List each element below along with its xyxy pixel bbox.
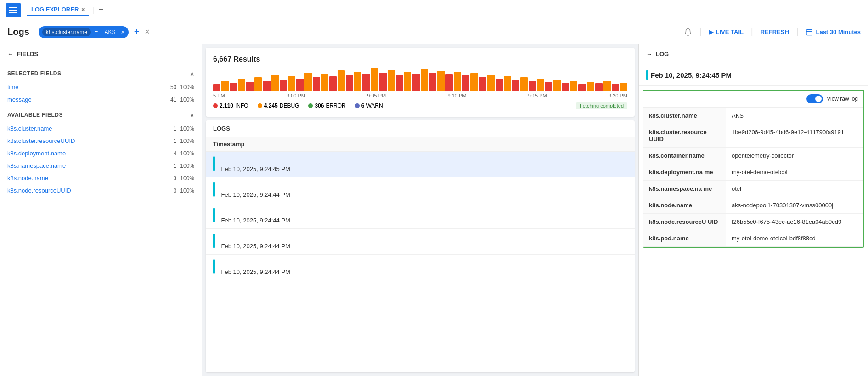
available-fields-section[interactable]: AVAILABLE FIELDS ∧ [0,106,202,122]
filter-value: AKS [101,28,118,36]
selected-fields-section[interactable]: SELECTED FIELDS ∧ [0,64,202,81]
refresh-label: REFRESH [761,28,789,35]
refresh-button[interactable]: REFRESH [761,28,789,35]
results-card: 6,667 Results [206,48,635,117]
field-k8s-node-name-label: k8s.node.name [7,175,48,182]
info-label: INFO [235,103,248,109]
log-date: Feb 10, 2025, 9:24:45 PM [639,64,868,86]
field-k8s-node-resourceuuid[interactable]: k8s.node.resourceUUID 3 100% [0,184,202,197]
detail-key: k8s.cluster.name [643,108,726,124]
add-filter-button[interactable]: + [134,27,140,37]
row-indicator [213,208,215,222]
table-row[interactable]: Feb 10, 2025, 9:24:44 PM [206,203,635,229]
page-header: Logs k8s.cluster.name = AKS × + × | ▶ LI… [0,20,868,44]
detail-val: AKS [726,108,863,124]
chart-bar [396,75,403,91]
logs-table[interactable]: Timestamp Feb 10, 2025, 9:24:45 PM [206,137,635,372]
field-k8s-cluster-name[interactable]: k8s.cluster.name 1 100% [0,122,202,135]
tab-close-icon[interactable]: × [81,6,85,13]
chart-label-905: 9:05 PM [367,93,386,98]
chart-bar [445,74,453,91]
chart-bar [213,84,220,91]
field-message[interactable]: message 41 100% [0,93,202,106]
detail-val: f26b55c0-f675-43ec-ae16-81ea04ab9cd9 [726,214,863,230]
field-time-name: time [7,84,19,91]
row-indicator [213,182,215,197]
log-date-text: Feb 10, 2025, 9:24:45 PM [651,71,732,79]
filter-chip[interactable]: k8s.cluster.name = AKS × [39,26,129,38]
log-date-bar [646,70,648,80]
time-range-label: Last 30 Minutes [816,28,861,35]
selected-fields-chevron: ∧ [190,70,194,77]
remove-filter-button[interactable]: × [121,28,124,36]
svg-rect-0 [806,29,812,35]
chart-bar [454,72,461,91]
chart-bar [280,80,287,91]
detail-val: my-otel-demo-otelcol [726,164,863,180]
warn-count: 6 [361,103,365,109]
row-indicator [213,259,215,274]
chart-bar [338,70,345,91]
debug-dot [258,103,262,108]
menu-button[interactable] [6,3,21,17]
live-tail-button[interactable]: ▶ LIVE TAIL [709,28,744,35]
chart-bar [388,70,395,91]
chart-label-915: 9:15 PM [528,93,547,98]
chart-bar [412,74,420,91]
back-arrow-icon: ← [7,51,13,57]
available-fields-label: AVAILABLE FIELDS [7,112,63,118]
chart-bar [221,81,229,91]
add-tab-button[interactable]: + [98,5,103,15]
alerts-icon [684,28,692,36]
view-raw-toggle[interactable] [806,94,823,103]
log-section-label: LOG [656,51,669,57]
chart-label-910: 9:10 PM [447,93,466,98]
alerts-button[interactable] [684,28,692,36]
chart-bar [437,71,445,91]
toggle-slider [806,94,823,103]
separator-2: | [751,27,753,37]
center-panel: 6,667 Results [202,44,638,376]
separator-1: | [699,27,702,37]
chart-bar [379,73,387,91]
field-k8s-namespace-name-label: k8s.namespace.name [7,162,66,169]
table-cell: Feb 10, 2025, 9:24:44 PM [206,177,635,203]
filter-key: k8s.cluster.name [42,28,91,36]
error-count: 306 [315,103,324,109]
table-row[interactable]: Feb 10, 2025, 9:24:44 PM [206,177,635,203]
detail-row-namespace-name: k8s.namespace.na me otel [643,181,863,197]
view-raw-label: View raw log [827,96,858,102]
table-row[interactable]: Feb 10, 2025, 9:24:44 PM [206,255,635,280]
clear-filters-button[interactable]: × [145,27,150,37]
table-row[interactable]: Feb 10, 2025, 9:24:44 PM [206,229,635,255]
available-fields-chevron: ∧ [190,111,194,119]
legend-info: 2,110 INFO [213,103,248,109]
detail-val: otel [726,181,863,197]
chart-bar [421,69,428,91]
field-k8s-cluster-name-label: k8s.cluster.name [7,125,52,132]
field-message-name: message [7,96,32,103]
top-bar: LOG EXPLORER × | + [0,0,868,20]
fields-back-header[interactable]: ← FIELDS [0,44,202,64]
calendar-icon [806,28,813,36]
table-row[interactable]: Feb 10, 2025, 9:24:45 PM [206,152,635,177]
log-explorer-tab[interactable]: LOG EXPLORER × [27,4,89,16]
detail-key: k8s.deployment.na me [643,164,726,180]
header-right: | ▶ LIVE TAIL | REFRESH | Last 30 Minute… [684,27,861,37]
row-indicator [213,156,215,171]
chart-bar [520,77,528,91]
legend-warn: 6 WARN [355,103,383,109]
selected-fields-label: SELECTED FIELDS [7,70,62,77]
chart-bar [371,68,378,91]
time-range-selector[interactable]: Last 30 Minutes [806,28,861,36]
field-k8s-node-name[interactable]: k8s.node.name 3 100% [0,172,202,184]
field-k8s-deployment-name[interactable]: k8s.deployment.name 4 100% [0,147,202,160]
field-k8s-namespace-name[interactable]: k8s.namespace.name 1 100% [0,160,202,172]
log-section-header: → LOG [639,44,868,64]
main-layout: ← FIELDS SELECTED FIELDS ∧ time 50 100% … [0,44,868,376]
logs-header: LOGS [206,120,635,137]
field-k8s-cluster-resourceuuid[interactable]: k8s.cluster.resourceUUID 1 100% [0,135,202,147]
fields-header-label: FIELDS [17,51,38,57]
chart-bar [587,82,594,91]
field-time[interactable]: time 50 100% [0,81,202,93]
